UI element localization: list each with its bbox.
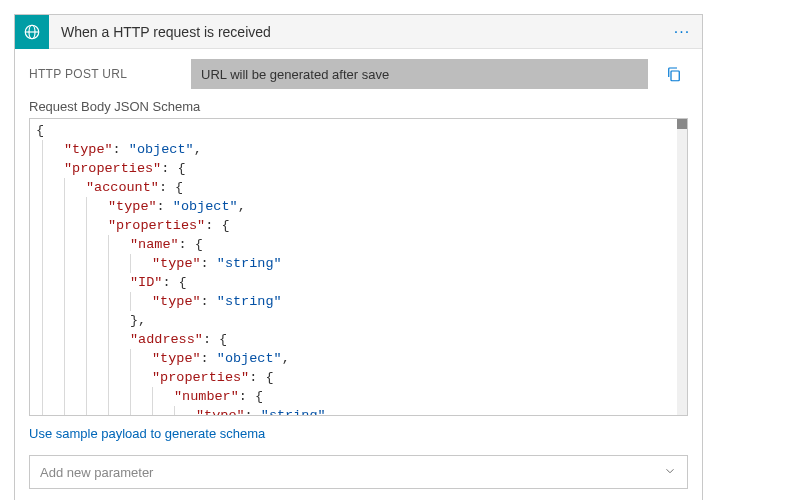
globe-icon (15, 15, 49, 49)
schema-label: Request Body JSON Schema (29, 99, 688, 114)
post-url-label: HTTP POST URL (29, 67, 179, 81)
add-parameter-select[interactable]: Add new parameter (29, 455, 688, 489)
schema-editor[interactable]: {"type": "object","properties": {"accoun… (29, 118, 688, 416)
schema-code[interactable]: {"type": "object","properties": {"accoun… (30, 119, 687, 416)
card-header: When a HTTP request is received ··· (15, 15, 702, 49)
copy-icon (665, 65, 683, 83)
card-title: When a HTTP request is received (49, 24, 662, 40)
card-menu-button[interactable]: ··· (662, 23, 702, 41)
svg-rect-3 (671, 71, 679, 81)
use-sample-payload-link[interactable]: Use sample payload to generate schema (29, 426, 265, 441)
post-url-field: URL will be generated after save (191, 59, 648, 89)
http-trigger-card: When a HTTP request is received ··· HTTP… (14, 14, 703, 500)
chevron-down-icon (663, 464, 677, 481)
copy-url-button[interactable] (660, 60, 688, 88)
post-url-value: URL will be generated after save (201, 67, 389, 82)
card-body: HTTP POST URL URL will be generated afte… (15, 49, 702, 500)
add-parameter-placeholder: Add new parameter (40, 465, 153, 480)
schema-scrollbar-thumb[interactable] (677, 119, 687, 129)
schema-scrollbar[interactable] (677, 119, 687, 415)
post-url-row: HTTP POST URL URL will be generated afte… (29, 59, 688, 89)
